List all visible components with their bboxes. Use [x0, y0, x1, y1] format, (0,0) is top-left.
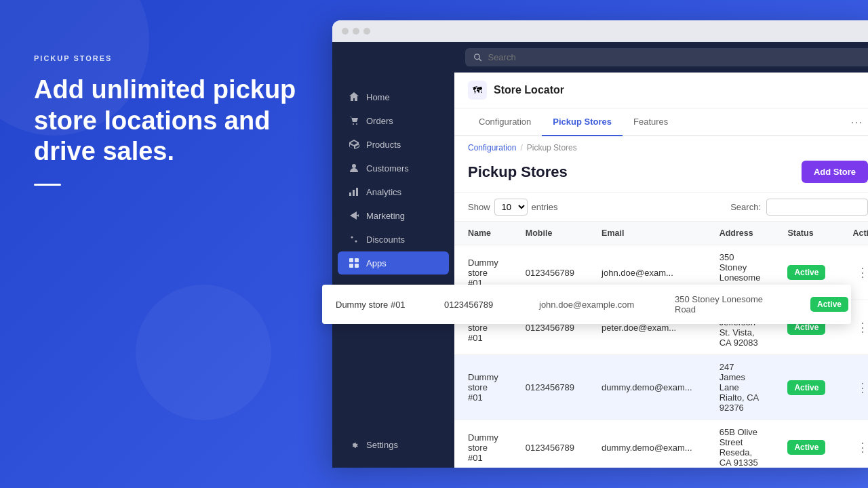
browser-dot-2	[353, 28, 359, 35]
action-menu-button[interactable]: ⋮	[852, 264, 868, 281]
svg-rect-3	[349, 192, 351, 196]
app-layout: Home Orders Products	[332, 42, 868, 468]
page-title: Pickup Stores	[468, 163, 568, 181]
col-status: Status	[774, 222, 839, 245]
stores-table: Name Mobile Email Address Status Action …	[454, 221, 868, 468]
settings-icon	[349, 439, 359, 450]
sidebar-logo	[332, 49, 454, 79]
col-action: Action	[839, 222, 868, 245]
action-menu-button[interactable]: ⋮	[852, 380, 868, 396]
page-heading: Pickup Stores Add Store	[454, 155, 868, 192]
sidebar-item-apps[interactable]: Apps	[338, 251, 449, 274]
col-address: Address	[706, 222, 774, 245]
tabs-bar: Configuration Pickup Stores Features ⋯	[454, 108, 868, 136]
tab-features[interactable]: Features	[623, 108, 679, 136]
action-menu-button[interactable]: ⋮	[852, 319, 868, 336]
table-search-input[interactable]	[766, 199, 868, 216]
cell-status: Active	[774, 420, 839, 468]
col-mobile: Mobile	[512, 222, 588, 245]
sidebar-item-marketing[interactable]: Marketing	[338, 204, 449, 227]
cell-email: dummy.demo@exam...	[588, 420, 706, 468]
tooltip-name: Dummy store #01	[336, 300, 417, 310]
status-badge: Active	[787, 380, 825, 395]
cell-email: dummy.demo@exam...	[588, 355, 706, 420]
sidebar-item-label-products: Products	[366, 140, 401, 150]
search-input[interactable]	[488, 52, 863, 62]
app-title: Store Locator	[494, 84, 564, 96]
headline-divider	[34, 184, 61, 186]
svg-point-6	[351, 237, 353, 239]
tab-more-button[interactable]: ⋯	[845, 109, 868, 135]
sidebar-item-home[interactable]: Home	[338, 85, 449, 108]
table-search-field: Search:	[730, 199, 868, 216]
sidebar-item-orders[interactable]: Orders	[338, 109, 449, 132]
svg-point-2	[352, 164, 356, 168]
svg-point-7	[355, 241, 357, 243]
breadcrumb: Configuration / Pickup Stores	[454, 136, 868, 155]
store-locator-emoji: 🗺	[473, 85, 482, 96]
status-badge: Active	[787, 265, 825, 280]
breadcrumb-current: Pickup Stores	[527, 143, 577, 152]
eyebrow-label: PICKUP STORES	[34, 54, 298, 62]
tooltip-mobile: 0123456789	[444, 300, 512, 310]
cell-action: ⋮	[839, 355, 868, 420]
customers-icon	[349, 163, 359, 174]
main-content: 🗺 Store Locator Configuration Pickup Sto…	[454, 42, 868, 468]
sidebar-item-discounts[interactable]: Discounts	[338, 228, 449, 251]
sidebar-item-label-orders: Orders	[366, 116, 393, 126]
marketing-icon	[349, 210, 359, 221]
sidebar: Home Orders Products	[332, 42, 454, 468]
sidebar-nav: Home Orders Products	[332, 79, 454, 427]
show-entries-control: Show 10 25 50 entries	[468, 199, 558, 216]
table-header-row: Name Mobile Email Address Status Action	[454, 222, 868, 245]
cell-name: Dummy store #01	[454, 355, 512, 420]
cell-action: ⋮	[839, 420, 868, 468]
svg-point-14	[475, 54, 480, 59]
tooltip-status: Active	[810, 297, 848, 312]
cell-status: Active	[774, 355, 839, 420]
cell-mobile: 0123456789	[512, 355, 588, 420]
breadcrumb-configuration[interactable]: Configuration	[468, 143, 516, 152]
svg-rect-11	[355, 264, 359, 268]
svg-rect-5	[356, 188, 358, 196]
sidebar-item-products[interactable]: Products	[338, 133, 449, 156]
table-search-label: Search:	[730, 202, 761, 212]
sidebar-item-settings[interactable]: Settings	[338, 433, 449, 456]
sidebar-item-label-discounts: Discounts	[366, 235, 405, 245]
svg-rect-10	[349, 264, 353, 268]
status-badge: Active	[787, 440, 825, 455]
entries-select[interactable]: 10 25 50	[494, 199, 528, 216]
action-menu-button[interactable]: ⋮	[852, 439, 868, 455]
browser-dot-3	[363, 28, 370, 35]
cell-name: Dummy store #01	[454, 420, 512, 468]
apps-icon	[349, 258, 359, 268]
sidebar-item-customers[interactable]: Customers	[338, 157, 449, 180]
svg-point-1	[356, 123, 357, 125]
tooltip-email: john.doe@example.com	[539, 300, 648, 310]
sidebar-item-label-apps: Apps	[366, 258, 387, 268]
sidebar-item-label-settings: Settings	[366, 440, 398, 450]
cell-address: 247 James Lane Rialto, CA 92376	[706, 355, 774, 420]
tab-pickup-stores[interactable]: Pickup Stores	[542, 108, 623, 136]
cell-address: 65B Olive Street Reseda, CA 91335	[706, 420, 774, 468]
col-name: Name	[454, 222, 512, 245]
table-row: Dummy store #01 0123456789 dummy.demo@ex…	[454, 420, 868, 468]
table-controls: Show 10 25 50 entries Search:	[454, 192, 868, 221]
browser-dot-1	[342, 28, 349, 35]
sidebar-item-analytics[interactable]: Analytics	[338, 180, 449, 203]
browser-bar	[332, 20, 868, 42]
add-store-button[interactable]: Add Store	[802, 161, 868, 183]
top-bar	[454, 42, 868, 73]
app-header: 🗺 Store Locator	[454, 73, 868, 108]
left-panel: PICKUP STORES Add unlimited pickup store…	[0, 0, 332, 488]
table-row: Dummy store #01 0123456789 dummy.demo@ex…	[454, 355, 868, 420]
svg-point-0	[353, 123, 354, 125]
breadcrumb-separator: /	[520, 143, 522, 152]
sidebar-item-label-home: Home	[366, 92, 390, 102]
search-container	[465, 48, 868, 66]
tooltip-row: Dummy store #01 0123456789 john.doe@exam…	[322, 285, 851, 324]
tab-configuration[interactable]: Configuration	[468, 108, 542, 136]
show-label: Show	[468, 202, 490, 212]
orders-icon	[349, 115, 359, 126]
svg-rect-9	[355, 258, 359, 262]
